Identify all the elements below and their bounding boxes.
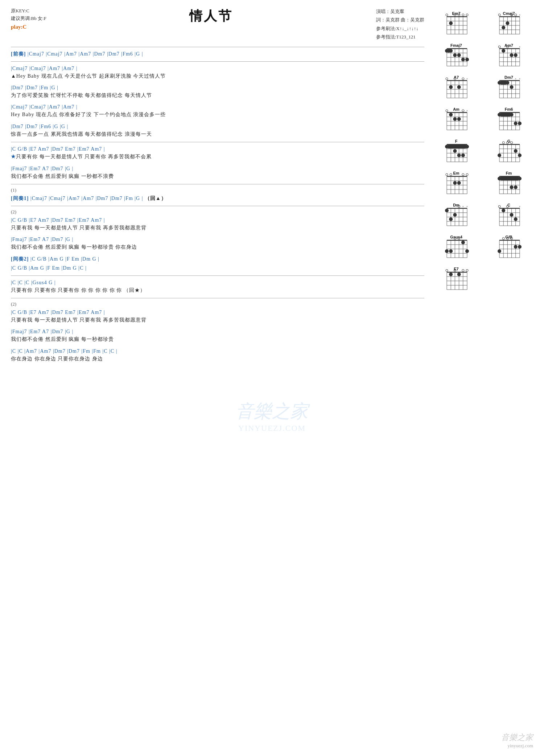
svg-point-219 bbox=[514, 185, 517, 189]
chorus1a-block: |C G/B |E7 Am7 |Dm7 Em7 |Em7 Am7 | ★只要有你… bbox=[11, 145, 424, 161]
intro-chords: |Cmaj7 |Cmaj7 |Am7 |Am7 |Dm7 |Dm7 |Fm6 |… bbox=[28, 51, 143, 57]
chord-diagram-am: Am× bbox=[432, 107, 481, 132]
chorus1b-lyric-line: 我们都不会倦 然后爱到 疯癫 一秒都不浪费 bbox=[11, 172, 424, 180]
svg-point-215 bbox=[498, 177, 501, 180]
finger-label: 参考指法:T123_121 bbox=[376, 33, 424, 41]
svg-point-106 bbox=[498, 81, 501, 85]
chorus1a-chord-line: |C G/B |E7 Am7 |Dm7 Em7 |Em7 Am7 | bbox=[11, 145, 424, 153]
svg-text:Dm: Dm bbox=[453, 203, 459, 207]
svg-point-127 bbox=[457, 117, 461, 121]
svg-point-309 bbox=[449, 273, 453, 276]
svg-text:Am: Am bbox=[453, 107, 459, 111]
svg-point-251 bbox=[498, 205, 500, 208]
interlude2-chord-line2: |C G/B |Am G |F Em |Dm G |C | bbox=[11, 264, 424, 272]
svg-point-125 bbox=[449, 113, 453, 117]
verse2a-chord-line: |C G/B |E7 Am7 |Dm7 Em7 |Em7 Am7 | bbox=[11, 216, 424, 224]
chord-sidebar: Em7Cmaj7×Fmaj7Am7×A7×Dm7××Am×Fm6FGEmFmDm… bbox=[432, 7, 533, 367]
svg-text:F: F bbox=[455, 139, 457, 143]
svg-point-181 bbox=[498, 154, 501, 157]
svg-point-272 bbox=[449, 249, 453, 253]
verse2a-block: |C G/B |E7 Am7 |Dm7 Em7 |Em7 Am7 | 只要有我 … bbox=[11, 216, 424, 232]
svg-text:A7: A7 bbox=[453, 75, 458, 79]
section-2b-marker: (2) bbox=[11, 301, 424, 307]
svg-text:Dm7: Dm7 bbox=[504, 75, 513, 79]
svg-text:×: × bbox=[515, 77, 516, 81]
svg-point-238 bbox=[453, 213, 457, 217]
svg-point-256 bbox=[514, 217, 517, 221]
svg-point-35 bbox=[506, 21, 509, 25]
chord-diagram-e7: E7 bbox=[432, 266, 481, 292]
verse1a-block: |Cmaj7 |Cmaj7 |Am7 |Am7 | ▲Hey Baby 现在几点… bbox=[11, 65, 424, 80]
chord-diagram-gb: G/B bbox=[484, 234, 533, 260]
verse2a-lyric-line: 只要有我 每一天都是情人节 只要有我 再多苦我都愿意背 bbox=[11, 224, 424, 232]
verse1b-chord-line: |Dm7 |Dm7 |Fm |G | bbox=[11, 84, 424, 91]
svg-text:×: × bbox=[466, 77, 468, 81]
header-divider bbox=[11, 47, 424, 47]
svg-text:Fm6: Fm6 bbox=[504, 107, 513, 111]
svg-point-89 bbox=[449, 85, 453, 89]
svg-point-290 bbox=[498, 249, 501, 253]
interlude2-chord-line1: [间奏2] |C G/B |Am G |F Em |Dm G | bbox=[11, 255, 424, 263]
interlude1-block: [间奏1] |Cmaj7 |Cmaj7 |Am7 |Am7 |Dm7 |Dm7 … bbox=[11, 195, 424, 202]
footer-logo-text: 音樂之家 bbox=[501, 732, 533, 743]
svg-text:×: × bbox=[466, 205, 468, 208]
chord-diagram-fm: Fm bbox=[484, 171, 533, 196]
verse3b-lyric-line: 我们都不会倦 然后爱到 疯癫 每一秒都珍贵 bbox=[11, 335, 424, 343]
svg-point-310 bbox=[457, 273, 461, 276]
divider4 bbox=[11, 206, 424, 206]
bridge-chord-line: |C |C |C |Gsus4 G | bbox=[11, 279, 424, 286]
svg-point-67 bbox=[498, 46, 500, 48]
chord-diagram-fm6: Fm6 bbox=[484, 107, 533, 132]
svg-point-164 bbox=[461, 154, 465, 157]
header-left: 原KEY:C 建议男调:Bb 女:F play:C bbox=[11, 7, 46, 31]
verse1b-block: |Dm7 |Dm7 |Fm |G | 为了你可爱笑脸 忙呀忙不停歇 每天都值得纪… bbox=[11, 84, 424, 99]
svg-point-178 bbox=[502, 142, 504, 144]
interlude1-suffix: （回▲） bbox=[145, 196, 166, 201]
bridge-lyric-line: 只要有你 只要有你 只要有你 你 你 你 你 你 你 （回★） bbox=[11, 286, 424, 294]
svg-point-237 bbox=[449, 217, 453, 221]
chord-diagram-cmaj7: Cmaj7× bbox=[484, 11, 533, 36]
main-content: 原KEY:C 建议男调:Bb 女:F play:C 情人节 演唱：吴克羣 詞：吴… bbox=[11, 7, 432, 367]
verse1a-lyric-line: ▲Hey Baby 现在几点 今天是什么节 起床刷牙洗脸 今天过情人节 bbox=[11, 72, 424, 80]
svg-point-287 bbox=[502, 237, 504, 240]
svg-text:×: × bbox=[519, 205, 520, 208]
chord-diagrams: Em7Cmaj7×Fmaj7Am7×A7×Dm7××Am×Fm6FGEmFmDm… bbox=[432, 11, 533, 292]
song-title: 情人节 bbox=[46, 7, 376, 25]
interlude1-label: [间奏1] bbox=[11, 196, 29, 201]
divider5 bbox=[11, 275, 424, 276]
svg-point-307 bbox=[462, 269, 464, 271]
lyricist-label: 詞：吴克群 曲：吴克群 bbox=[376, 16, 424, 24]
svg-point-123 bbox=[462, 110, 464, 112]
verse1d-lyric-line: 惊喜一点多一点 累死我也情愿 每天都值得纪念 浪漫每一天 bbox=[11, 130, 424, 138]
chord-diagram-g: G bbox=[484, 139, 533, 164]
svg-point-199 bbox=[466, 173, 468, 176]
svg-point-163 bbox=[457, 154, 461, 157]
intro-block: [前奏] |Cmaj7 |Cmaj7 |Am7 |Am7 |Dm7 |Dm7 |… bbox=[11, 50, 424, 58]
svg-text:Am7: Am7 bbox=[504, 43, 513, 48]
svg-point-218 bbox=[510, 185, 513, 189]
svg-text:C: C bbox=[507, 203, 510, 207]
svg-point-70 bbox=[502, 49, 505, 53]
svg-point-165 bbox=[465, 145, 469, 148]
svg-point-50 bbox=[449, 49, 453, 53]
svg-text:×: × bbox=[462, 205, 464, 208]
svg-text:×: × bbox=[519, 13, 520, 17]
intro-label: [前奏] bbox=[11, 51, 26, 57]
interlude1-chords: |Cmaj7 |Cmaj7 |Am7 |Am7 |Dm7 |Dm7 |Fm |G… bbox=[30, 196, 143, 201]
verse3c-lyric-line: 你在身边 你在身边 只要你在身边 身边 bbox=[11, 355, 424, 363]
section-2-marker: (2) bbox=[11, 209, 424, 215]
svg-point-90 bbox=[457, 85, 461, 89]
svg-point-87 bbox=[462, 78, 464, 80]
verse1c-chord-line: |Cmaj7 |Cmaj7 |Am7 |Am7 | bbox=[11, 103, 424, 111]
svg-text:Fmaj7: Fmaj7 bbox=[450, 43, 462, 48]
svg-point-16 bbox=[466, 14, 468, 16]
star-icon: ★ bbox=[11, 154, 16, 159]
svg-point-162 bbox=[453, 149, 457, 153]
chorus1a-lyric: 只要有你 每一天都是情人节 只要有你 再多苦我都不会累 bbox=[16, 154, 152, 159]
svg-point-142 bbox=[502, 113, 505, 117]
svg-point-182 bbox=[514, 149, 517, 153]
intro-chord-line: [前奏] |Cmaj7 |Cmaj7 |Am7 |Am7 |Dm7 |Dm7 |… bbox=[11, 50, 424, 58]
watermark: 音樂之家 YINYUEZJ.COM bbox=[236, 399, 308, 433]
chord-diagram-f: F bbox=[432, 139, 481, 164]
suggested-key: 建议男调:Bb 女:F bbox=[11, 15, 46, 23]
